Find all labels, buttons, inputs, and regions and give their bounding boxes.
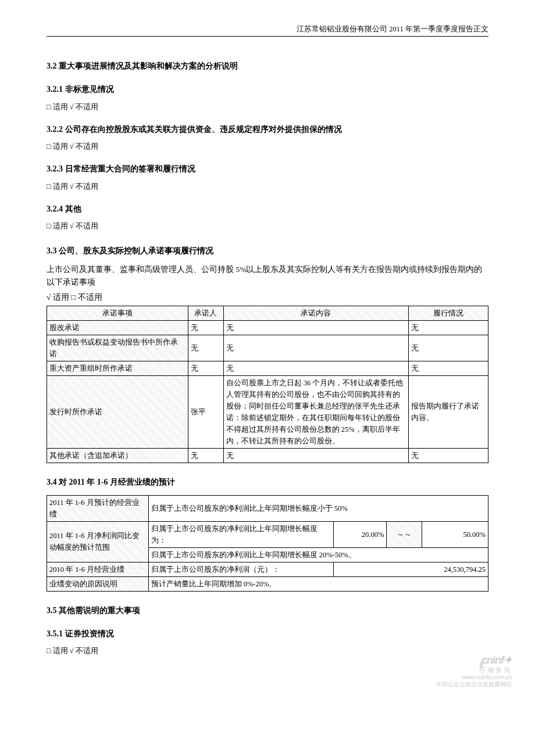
- cell-range-text: 归属于上市公司股东的净利润比上年同期增长幅度 20%-50%。: [148, 547, 488, 562]
- applicable-3-2-1: □ 适用 √ 不适用: [47, 101, 488, 113]
- cell-content: 无: [223, 321, 409, 335]
- cell-label: 2010 年 1-6 月经营业绩: [47, 562, 149, 576]
- heading-3-2-4: 3.2.4 其他: [47, 203, 488, 216]
- applicable-3-2-4: □ 适用 √ 不适用: [47, 220, 488, 232]
- cell-status: 无: [409, 361, 488, 376]
- cell-status: 无: [409, 449, 488, 463]
- heading-3-2-3: 3.2.3 日常经营重大合同的签署和履行情况: [47, 163, 488, 175]
- applicable-3-2-3: □ 适用 √ 不适用: [47, 181, 488, 192]
- cell-status: 报告期内履行了承诺内容。: [409, 376, 488, 449]
- table-row: 业绩变动的原因说明 预计产销量比上年同期增加 0%-20%。: [47, 576, 488, 591]
- heading-3-2-1: 3.2.1 非标意见情况: [47, 83, 488, 96]
- cell-tilde: ～～: [387, 521, 422, 547]
- table-header-row: 承诺事项 承诺人 承诺内容 履行情况: [47, 306, 488, 321]
- table-row: 股改承诺 无 无 无: [47, 321, 488, 335]
- cell-item: 收购报告书或权益变动报告书中所作承诺: [47, 335, 188, 361]
- cell-desc: 归属于上市公司股东的净利润比上年同期增长幅度为：: [148, 521, 334, 547]
- desc-suffix: 为：: [151, 536, 166, 544]
- commitment-table: 承诺事项 承诺人 承诺内容 履行情况 股改承诺 无 无 无 收购报告书或权益变动…: [47, 306, 488, 463]
- watermark-logo-cn: 巨潮资讯: [436, 667, 512, 674]
- cell-low: 20.00%: [334, 521, 387, 547]
- cell-status: 无: [409, 321, 488, 335]
- th-content: 承诺内容: [223, 306, 409, 321]
- cell-content: 无: [223, 335, 409, 361]
- cell-label: 2011 年 1-6 月净利润同比变动幅度的预计范围: [47, 521, 149, 562]
- applicable-3-5-1: □ 适用 √ 不适用: [47, 645, 488, 657]
- watermark-logo-en: cninf✦: [436, 654, 512, 667]
- heading-3-3: 3.3 公司、股东及实际控制人承诺事项履行情况: [47, 245, 488, 257]
- table-row: 2010 年 1-6 月经营业绩 归属于上市公司股东的净利润（元）： 24,53…: [47, 562, 488, 576]
- cell-high: 50.00%: [422, 521, 488, 547]
- heading-3-4: 3.4 对 2011 年 1-6 月经营业绩的预计: [47, 476, 488, 489]
- cell-item: 重大资产重组时所作承诺: [47, 361, 188, 376]
- applicable-3-3: √ 适用 □ 不适用: [47, 291, 488, 304]
- cell-person: 无: [188, 335, 223, 361]
- intro-3-3: 上市公司及其董事、监事和高级管理人员、公司持股 5%以上股东及其实际控制人等有关…: [47, 263, 488, 288]
- logo-text: cninf: [482, 654, 504, 666]
- table-row: 发行时所作承诺 张平 自公司股票上市之日起 36 个月内，不转让或者委托他人管理…: [47, 376, 488, 449]
- header-text: 江苏常铝铝业股份有限公司 2011 年第一季度季度报告正文: [297, 25, 488, 33]
- table-row: 收购报告书或权益变动报告书中所作承诺 无 无 无: [47, 335, 488, 361]
- watermark: cninf✦ 巨潮资讯 www.cninfo.com.cn 中国证监会指定信息披…: [436, 654, 512, 689]
- table-row: 其他承诺（含追加承诺） 无 无 无: [47, 449, 488, 463]
- th-person: 承诺人: [188, 306, 223, 321]
- cell-person: 张平: [188, 376, 223, 449]
- heading-3-2-2: 3.2.2 公司存在向控股股东或其关联方提供资金、违反规定程序对外提供担保的情况: [47, 123, 488, 136]
- desc-text: 归属于上市公司股东的净利润比上年同期增长幅度: [151, 525, 318, 533]
- heading-3-5: 3.5 其他需说明的重大事项: [47, 604, 488, 617]
- applicable-3-2-2: □ 适用 √ 不适用: [47, 141, 488, 152]
- cell-value: 归属于上市公司股东的净利润比上年同期增长幅度小于 50%: [148, 495, 488, 521]
- label-text: 2011 年 1-6 月净利润同比变动幅度的预计范围: [49, 532, 140, 551]
- cell-label: 2011 年 1-6 月预计的经营业绩: [47, 495, 149, 521]
- forecast-table: 2011 年 1-6 月预计的经营业绩 归属于上市公司股东的净利润比上年同期增长…: [47, 495, 488, 592]
- watermark-tagline: 中国证监会指定信息披露网站: [436, 681, 512, 688]
- cell-status: 无: [409, 335, 488, 361]
- table-row: 重大资产重组时所作承诺 无 无 无: [47, 361, 488, 376]
- cell-person: 无: [188, 449, 223, 463]
- cell-reason: 预计产销量比上年同期增加 0%-20%。: [148, 576, 488, 591]
- page-header: 江苏常铝铝业股份有限公司 2011 年第一季度季度报告正文: [47, 23, 488, 37]
- heading-3-5-1: 3.5.1 证券投资情况: [47, 628, 488, 640]
- cell-content: 无: [223, 361, 409, 376]
- cell-content: 无: [223, 449, 409, 463]
- cell-item: 股改承诺: [47, 321, 188, 335]
- swoosh-icon: ✦: [504, 654, 512, 666]
- heading-3-2: 3.2 重大事项进展情况及其影响和解决方案的分析说明: [47, 60, 488, 73]
- th-item: 承诺事项: [47, 306, 188, 321]
- cell-item: 其他承诺（含追加承诺）: [47, 449, 188, 463]
- table-row: 2011 年 1-6 月预计的经营业绩 归属于上市公司股东的净利润比上年同期增长…: [47, 495, 488, 521]
- cell-person: 无: [188, 321, 223, 335]
- cell-content: 自公司股票上市之日起 36 个月内，不转让或者委托他人管理其持有的公司股份，也不…: [223, 376, 409, 449]
- table-row: 2011 年 1-6 月净利润同比变动幅度的预计范围 归属于上市公司股东的净利润…: [47, 521, 488, 547]
- cell-desc: 归属于上市公司股东的净利润（元）：: [148, 562, 334, 576]
- th-status: 履行情况: [409, 306, 488, 321]
- cell-amount: 24,530,794.25: [334, 562, 488, 576]
- cell-item: 发行时所作承诺: [47, 376, 188, 449]
- cell-label: 业绩变动的原因说明: [47, 576, 149, 591]
- cell-person: 无: [188, 361, 223, 376]
- watermark-url: www.cninfo.com.cn: [436, 674, 512, 681]
